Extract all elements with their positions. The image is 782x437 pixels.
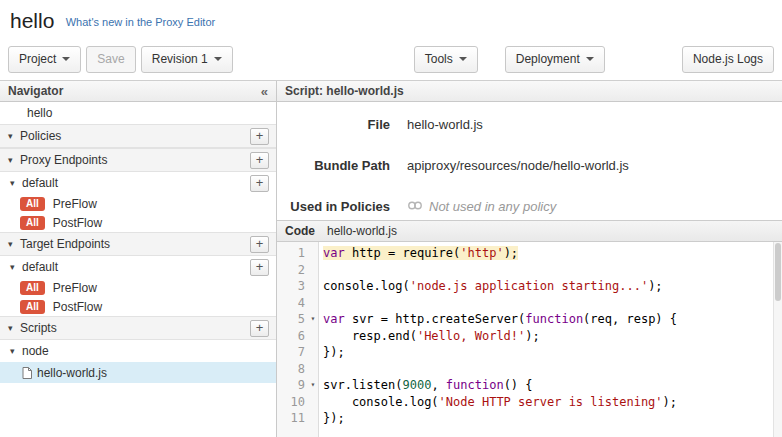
code-line[interactable] xyxy=(323,361,782,378)
nav-item-label: default xyxy=(22,176,58,190)
caret-down-icon: ▾ xyxy=(10,178,22,188)
code-section-header: Code hello-world.js xyxy=(277,220,782,242)
code-lines[interactable]: var http = require('http'); console.log(… xyxy=(319,242,782,437)
nav-section-scripts[interactable]: ▾ Scripts + xyxy=(0,316,276,340)
fold-spacer xyxy=(308,328,318,345)
file-detail-row: File hello-world.js xyxy=(277,117,782,132)
code-line[interactable] xyxy=(323,295,782,312)
caret-down-icon: ▾ xyxy=(10,346,22,356)
nav-item-proxy-preflow[interactable]: All PreFlow xyxy=(0,194,276,213)
line-number[interactable]: 7 xyxy=(277,344,318,361)
nav-item-node-folder[interactable]: ▾ node xyxy=(0,340,276,362)
nav-item-label: default xyxy=(22,260,58,274)
nav-item-target-default[interactable]: ▾ default + xyxy=(0,256,276,278)
chevron-down-icon xyxy=(586,57,594,61)
code-line[interactable]: var http = require('http'); xyxy=(323,245,782,262)
nav-section-target-endpoints[interactable]: ▾ Target Endpoints + xyxy=(0,232,276,256)
code-line[interactable]: console.log('node.js application startin… xyxy=(323,278,782,295)
nav-item-label: node xyxy=(22,344,49,358)
code-editor[interactable]: 12345▾6789▾1011 var http = require('http… xyxy=(277,242,782,437)
file-value: hello-world.js xyxy=(407,117,483,132)
nav-item-hello-world-js[interactable]: hello-world.js xyxy=(0,362,276,383)
tools-button-label: Tools xyxy=(425,52,453,66)
file-icon xyxy=(22,367,32,379)
script-panel: Script: hello-world.js File hello-world.… xyxy=(277,81,782,437)
chevron-down-icon xyxy=(214,57,222,61)
fold-caret-icon[interactable]: ▾ xyxy=(308,311,318,328)
code-line[interactable]: }); xyxy=(323,410,782,427)
code-tab-label: Code xyxy=(277,224,327,238)
fold-spacer xyxy=(308,344,318,361)
section-label: Scripts xyxy=(20,321,57,335)
nav-item-target-postflow[interactable]: All PostFlow xyxy=(0,297,276,316)
condition-count-badge: All xyxy=(20,197,45,211)
bundle-path-value: apiproxy/resources/node/hello-world.js xyxy=(407,158,629,173)
project-button[interactable]: Project xyxy=(8,46,81,73)
add-flow-button[interactable]: + xyxy=(250,259,269,276)
code-line[interactable]: var svr = http.createServer(function(req… xyxy=(323,311,782,328)
nav-item-target-preflow[interactable]: All PreFlow xyxy=(0,278,276,297)
chevron-down-icon xyxy=(459,57,467,61)
add-target-endpoint-button[interactable]: + xyxy=(250,236,269,253)
nodejs-logs-button[interactable]: Node.js Logs xyxy=(682,46,774,73)
navigator-header: Navigator « xyxy=(0,81,276,102)
nav-item-label: hello xyxy=(27,106,52,120)
editor-scrollbar[interactable] xyxy=(773,242,782,437)
section-label: Proxy Endpoints xyxy=(20,153,107,167)
revision-button-label: Revision 1 xyxy=(152,52,208,66)
line-number[interactable]: 8 xyxy=(277,361,318,378)
section-label: Target Endpoints xyxy=(20,237,110,251)
line-number[interactable]: 5▾ xyxy=(277,311,318,328)
add-proxy-endpoint-button[interactable]: + xyxy=(250,152,269,169)
revision-button[interactable]: Revision 1 xyxy=(141,46,233,73)
tools-button[interactable]: Tools xyxy=(414,46,478,73)
add-policy-button[interactable]: + xyxy=(250,128,269,145)
nav-section-policies[interactable]: ▾ Policies + xyxy=(0,124,276,148)
used-in-policies-value: Not used in any policy xyxy=(407,199,556,214)
caret-down-icon: ▾ xyxy=(8,131,20,141)
fold-spacer xyxy=(308,394,318,411)
caret-down-icon: ▾ xyxy=(10,262,22,272)
save-button[interactable]: Save xyxy=(86,46,135,73)
file-label: File xyxy=(277,117,407,132)
collapse-navigator-button[interactable]: « xyxy=(261,84,268,99)
nav-item-proxy-postflow[interactable]: All PostFlow xyxy=(0,213,276,232)
code-line[interactable]: resp.end('Hello, World!'); xyxy=(323,328,782,345)
fold-spacer xyxy=(308,295,318,312)
line-number[interactable]: 3 xyxy=(277,278,318,295)
code-line[interactable]: console.log('Node HTTP server is listeni… xyxy=(323,394,782,411)
code-line[interactable]: svr.listen(9000, function() { xyxy=(323,377,782,394)
fold-spacer xyxy=(308,262,318,279)
flow-label: PostFlow xyxy=(53,216,102,230)
line-number[interactable]: 10 xyxy=(277,394,318,411)
line-number[interactable]: 9▾ xyxy=(277,377,318,394)
nav-item-hello[interactable]: hello xyxy=(0,102,276,124)
add-script-button[interactable]: + xyxy=(250,320,269,337)
deployment-button[interactable]: Deployment xyxy=(505,46,605,73)
add-flow-button[interactable]: + xyxy=(250,175,269,192)
line-number[interactable]: 4 xyxy=(277,295,318,312)
line-number[interactable]: 2 xyxy=(277,262,318,279)
fold-caret-icon[interactable]: ▾ xyxy=(308,377,318,394)
code-file-name: hello-world.js xyxy=(327,224,397,238)
line-number[interactable]: 1 xyxy=(277,245,318,262)
project-button-label: Project xyxy=(19,52,56,66)
nav-section-proxy-endpoints[interactable]: ▾ Proxy Endpoints + xyxy=(0,148,276,172)
flow-label: PostFlow xyxy=(53,300,102,314)
line-number[interactable]: 11 xyxy=(277,410,318,427)
code-line[interactable] xyxy=(323,262,782,279)
code-line[interactable]: }); xyxy=(323,344,782,361)
fold-spacer xyxy=(308,361,318,378)
toolbar: Project Save Revision 1 Tools Deployment… xyxy=(0,44,782,80)
whats-new-link[interactable]: What's new in the Proxy Editor xyxy=(66,16,215,28)
line-number-gutter[interactable]: 12345▾6789▾1011 xyxy=(277,242,319,437)
fold-spacer xyxy=(308,410,318,427)
workspace: Navigator « hello ▾ Policies + ▾ Proxy E… xyxy=(0,80,782,437)
scrollbar-thumb[interactable] xyxy=(775,243,781,301)
nav-item-proxy-default[interactable]: ▾ default + xyxy=(0,172,276,194)
line-number[interactable]: 6 xyxy=(277,328,318,345)
bundle-path-label: Bundle Path xyxy=(277,158,407,173)
condition-count-badge: All xyxy=(20,300,45,314)
navigator-panel: Navigator « hello ▾ Policies + ▾ Proxy E… xyxy=(0,81,277,437)
nav-item-label: hello-world.js xyxy=(37,366,107,380)
